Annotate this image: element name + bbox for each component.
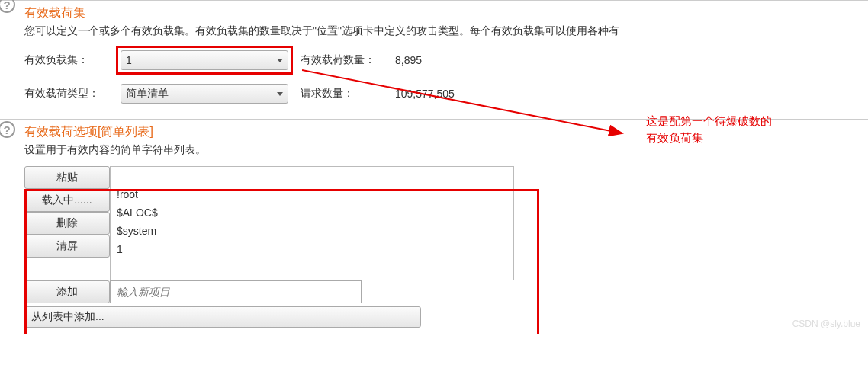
section1-title: 有效载荷集 [24, 5, 863, 21]
list-item[interactable] [111, 167, 513, 185]
chevron-down-icon [277, 92, 283, 96]
list-item[interactable]: $system [111, 222, 513, 240]
payload-type-value: 简单清单 [126, 87, 169, 101]
delete-button[interactable]: 删除 [24, 212, 110, 235]
paste-button[interactable]: 粘贴 [24, 166, 110, 189]
watermark: CSDN @sly.blue [792, 319, 860, 329]
load-button[interactable]: 载入中...... [24, 189, 110, 212]
payload-type-label: 有效载荷类型： [24, 87, 116, 101]
list-item[interactable]: !root [111, 185, 513, 203]
payload-count-label: 有效载荷数量： [301, 53, 392, 67]
request-count-label: 请求数量： [301, 87, 392, 101]
clear-button[interactable]: 清屏 [24, 235, 110, 258]
payload-list[interactable]: !root $ALOC$ $system 1 [110, 166, 514, 280]
annotation-line2: 有效负荷集 [646, 130, 772, 146]
payload-set-label: 有效负载集： [24, 53, 116, 67]
payload-set-dropdown[interactable]: 1 [121, 50, 288, 70]
annotation-text: 这是配第一个待爆破数的 有效负荷集 [646, 113, 772, 146]
chevron-down-icon [277, 59, 283, 62]
add-from-list-dropdown[interactable]: 从列表中添加... [24, 306, 421, 328]
add-from-list-label: 从列表中添加... [31, 310, 104, 324]
list-item[interactable]: 1 [111, 240, 513, 258]
payload-type-dropdown[interactable]: 简单清单 [121, 84, 288, 104]
payload-count-value: 8,895 [395, 54, 422, 66]
highlight-box-1: 1 [116, 46, 293, 75]
annotation-line1: 这是配第一个待爆破数的 [646, 113, 772, 130]
help-icon[interactable]: ? [0, 0, 15, 13]
help-icon[interactable]: ? [0, 121, 15, 138]
request-count-value: 109,577,505 [395, 88, 455, 100]
add-item-input[interactable] [110, 280, 362, 303]
add-button[interactable]: 添加 [24, 280, 110, 303]
payload-set-value: 1 [126, 54, 132, 66]
section1-desc: 您可以定义一个或多个有效负载集。有效负载集的数量取决于"位置"选项卡中定义的攻击… [24, 24, 863, 38]
list-item[interactable]: $ALOC$ [111, 203, 513, 222]
